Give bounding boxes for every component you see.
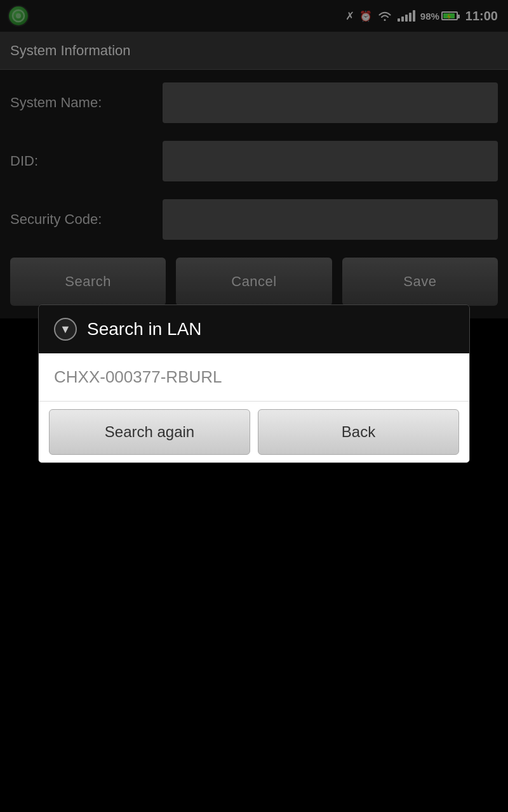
dialog-chevron-icon[interactable]: ▼ [54, 318, 77, 341]
dialog-title: Search in LAN [87, 319, 202, 339]
dialog-overlay: ▼ Search in LAN CHXX-000377-RBURL Search… [0, 0, 508, 812]
dialog-body: CHXX-000377-RBURL Search again Back [39, 353, 469, 462]
dialog-header: ▼ Search in LAN [39, 305, 469, 353]
dialog-actions: Search again Back [39, 402, 469, 462]
search-again-button[interactable]: Search again [49, 409, 250, 455]
dialog-result-text[interactable]: CHXX-000377-RBURL [39, 353, 469, 402]
search-lan-dialog: ▼ Search in LAN CHXX-000377-RBURL Search… [38, 304, 470, 463]
back-button[interactable]: Back [258, 409, 459, 455]
